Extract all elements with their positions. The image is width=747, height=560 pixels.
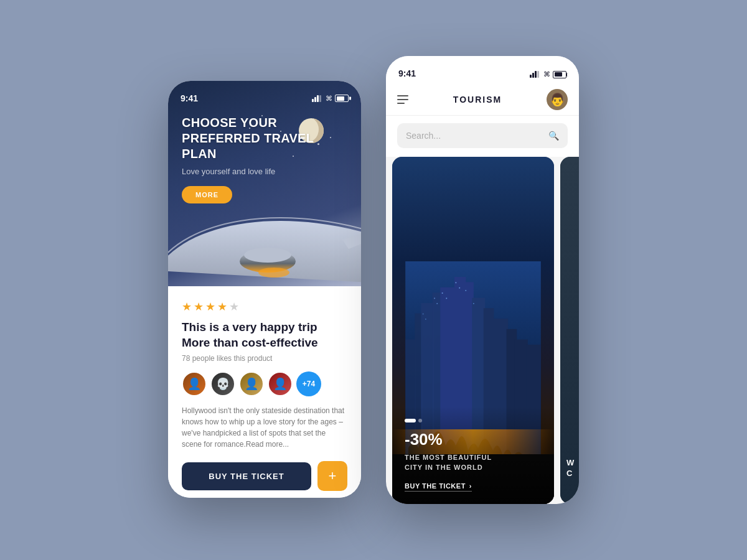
svg-rect-20 [436,303,438,304]
hero-title: CHOOSE YOUR PREFERRED TRAVEL PLAN [182,115,347,162]
secondary-letter-2: C [566,469,579,479]
review-section: ★ ★ ★ ★ ★ This is a very happy trip More… [168,286,361,498]
star-3: ★ [205,300,215,314]
star-5: ★ [229,300,239,314]
wifi-icon-left: ⌘ [326,95,332,103]
sig-1 [530,75,532,78]
status-icons-left: ⌘ [312,95,349,103]
stars-row: ★ ★ ★ ★ ★ [182,300,347,314]
city-cards-area: -30% THE MOST BEAUTIFUL CITY IN THE WORL… [386,157,579,504]
card-buy-button[interactable]: BUY THE TICKET › [405,482,472,492]
phones-container: 9:41 ⌘ [143,31,604,529]
star-2: ★ [194,300,204,314]
svg-point-1 [244,248,291,263]
user-avatar-icon: 👨 [550,92,565,107]
battery-icon-left [335,95,349,102]
svg-rect-19 [434,298,435,299]
sig-2 [532,73,534,78]
progress-dots [405,419,542,422]
status-bar-right: 9:41 ⌘ [386,56,579,83]
star-4: ★ [217,300,227,314]
search-icon: 🔍 [548,131,559,141]
sig-4 [537,71,539,78]
search-bar-container: Search... 🔍 [386,116,579,157]
hamburger-line-3 [397,103,405,104]
wifi-icon-right: ⌘ [543,70,550,78]
hamburger-button[interactable] [397,95,408,104]
signal-bar-3 [317,95,319,102]
hamburger-line-2 [397,99,408,100]
dot-1 [405,419,416,422]
secondary-card-text: W C [566,458,579,479]
hamburger-line-1 [397,95,408,96]
battery-icon-right [553,71,566,78]
discount-badge: -30% [405,430,542,449]
battery-fill [337,96,345,101]
signal-bars [312,95,321,102]
buy-ticket-button[interactable]: BUY THE TICKET [182,462,311,490]
signal-bar-2 [314,97,316,102]
status-bar-left: 9:41 ⌘ [168,81,361,108]
phone-right: 9:41 ⌘ [386,56,579,504]
city-card-subtitle: THE MOST BEAUTIFUL CITY IN THE WORLD [405,453,542,472]
svg-rect-25 [465,290,466,291]
svg-rect-17 [423,314,424,315]
city-card-secondary[interactable]: W C [560,157,579,504]
svg-rect-18 [425,319,426,320]
phone-left: 9:41 ⌘ [168,81,361,498]
sig-3 [535,71,537,78]
phone-right-inner: 9:41 ⌘ [386,56,579,504]
trip-description: Hollywood isn't the only stateside desti… [182,405,347,450]
user-avatar-button[interactable]: 👨 [547,89,568,110]
signal-bar-4 [319,95,321,102]
trip-title: This is a very happy trip More than cost… [182,320,347,350]
svg-rect-24 [459,287,460,289]
nav-bar-right: TOURISM 👨 [386,83,579,116]
plus-button[interactable]: + [317,461,347,491]
avatar-4: 👤 [268,371,293,396]
secondary-bg [560,157,579,504]
battery-fill-right [555,72,563,77]
search-input-wrap[interactable]: Search... 🔍 [397,123,568,148]
card-overlay: -30% THE MOST BEAUTIFUL CITY IN THE WORL… [392,406,554,504]
time-left: 9:41 [181,93,198,103]
hero-content: CHOOSE YOUR PREFERRED TRAVEL PLAN Love y… [182,115,347,203]
secondary-letter-1: W [566,458,579,469]
status-icons-right: ⌘ [530,70,566,78]
svg-point-2 [258,268,289,278]
signal-bars-right [530,71,539,78]
actions-row: BUY THE TICKET + [182,461,347,491]
dot-2 [418,419,422,422]
more-button[interactable]: MORE [182,186,232,203]
avatars-row: 👤 💀 👤 👤 +74 [182,371,347,396]
avatar-3: 👤 [239,371,264,396]
avatar-more: +74 [296,371,321,396]
svg-rect-26 [473,303,474,304]
svg-rect-22 [446,298,447,299]
nav-title: TOURISM [453,95,502,105]
star-1: ★ [182,300,192,314]
svg-rect-21 [442,292,443,294]
avatar-2: 💀 [210,371,235,396]
avatar-1: 👤 [182,371,207,396]
signal-bar-1 [312,99,314,102]
trip-likes: 78 people likes this product [182,354,347,363]
city-card-main[interactable]: -30% THE MOST BEAUTIFUL CITY IN THE WORL… [392,157,554,504]
hero-section: 9:41 ⌘ [168,81,361,286]
time-right: 9:41 [398,68,416,78]
svg-rect-23 [456,282,457,284]
hero-subtitle: Love yourself and love life [182,167,347,176]
search-placeholder: Search... [406,131,543,141]
